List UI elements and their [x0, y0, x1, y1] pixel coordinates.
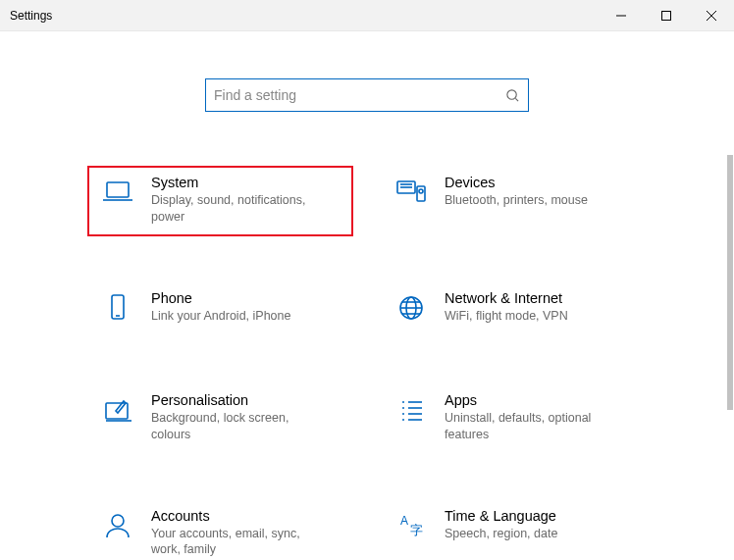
category-text: Personalisation Background, lock screen,…: [151, 390, 328, 443]
category-desc: Your accounts, email, sync, work, family: [151, 526, 328, 559]
category-text: Time & Language Speech, region, date: [445, 506, 557, 542]
category-system[interactable]: System Display, sound, notifications, po…: [88, 167, 352, 235]
language-icon: A字: [390, 506, 433, 545]
maximize-icon: [661, 11, 671, 21]
category-text: Apps Uninstall, defaults, optional featu…: [445, 390, 621, 443]
category-title: Apps: [445, 392, 621, 408]
search-icon: [505, 88, 520, 103]
category-apps[interactable]: Apps Uninstall, defaults, optional featu…: [382, 384, 646, 453]
category-grid: System Display, sound, notifications, po…: [0, 167, 734, 560]
svg-point-30: [112, 515, 124, 527]
close-icon: [707, 11, 716, 21]
category-title: Devices: [445, 175, 588, 190]
category-text: Phone Link your Android, iPhone: [151, 288, 290, 325]
svg-text:A: A: [400, 514, 408, 528]
svg-rect-6: [107, 182, 129, 197]
category-time[interactable]: A字 Time & Language Speech, region, date: [382, 500, 646, 561]
globe-icon: [390, 288, 433, 328]
window-controls: [599, 0, 734, 30]
apps-list-icon: [390, 390, 433, 430]
titlebar: Settings: [0, 0, 734, 31]
category-text: Network & Internet WiFi, flight mode, VP…: [445, 288, 568, 325]
search-box[interactable]: [205, 78, 529, 112]
category-title: Personalisation: [151, 392, 328, 408]
category-desc: Speech, region, date: [445, 526, 557, 542]
category-network[interactable]: Network & Internet WiFi, flight mode, VP…: [382, 282, 646, 337]
category-desc: Uninstall, defaults, optional features: [445, 410, 621, 443]
category-text: System Display, sound, notifications, po…: [151, 173, 328, 226]
content-area: System Display, sound, notifications, po…: [0, 31, 734, 560]
minimize-button[interactable]: [599, 0, 644, 30]
svg-rect-1: [662, 11, 671, 20]
search-wrap: [0, 78, 734, 112]
category-personalisation[interactable]: Personalisation Background, lock screen,…: [88, 384, 352, 453]
close-button[interactable]: [689, 0, 734, 30]
svg-point-12: [419, 189, 423, 193]
person-icon: [96, 506, 139, 545]
devices-icon: [390, 173, 433, 212]
category-title: Network & Internet: [445, 290, 568, 306]
svg-point-4: [507, 89, 516, 98]
category-text: Accounts Your accounts, email, sync, wor…: [151, 506, 328, 559]
category-desc: Background, lock screen, colours: [151, 410, 328, 443]
svg-text:字: 字: [410, 523, 423, 537]
category-desc: Display, sound, notifications, power: [151, 192, 328, 226]
category-title: System: [151, 175, 328, 190]
category-desc: Bluetooth, printers, mouse: [445, 192, 588, 209]
laptop-icon: [96, 173, 139, 212]
category-title: Time & Language: [445, 508, 557, 524]
category-text: Devices Bluetooth, printers, mouse: [445, 173, 588, 209]
minimize-icon: [616, 11, 626, 21]
scrollbar-thumb[interactable]: [727, 155, 733, 410]
paintbrush-icon: [96, 390, 139, 430]
search-input[interactable]: [214, 87, 505, 103]
category-accounts[interactable]: Accounts Your accounts, email, sync, wor…: [88, 500, 352, 561]
svg-line-5: [515, 98, 518, 101]
category-desc: Link your Android, iPhone: [151, 308, 290, 325]
maximize-button[interactable]: [644, 0, 689, 30]
category-devices[interactable]: Devices Bluetooth, printers, mouse: [382, 167, 646, 235]
phone-icon: [96, 288, 139, 328]
category-desc: WiFi, flight mode, VPN: [445, 308, 568, 325]
category-title: Accounts: [151, 508, 328, 524]
window-title: Settings: [10, 9, 52, 23]
category-phone[interactable]: Phone Link your Android, iPhone: [88, 282, 352, 337]
category-title: Phone: [151, 290, 290, 306]
